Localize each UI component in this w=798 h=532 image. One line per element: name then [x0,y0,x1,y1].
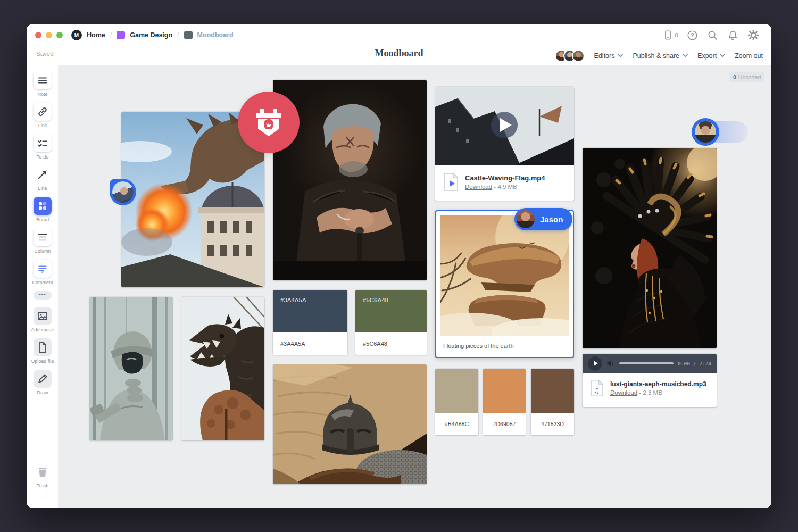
collaborator-avatar [695,121,716,143]
video-file-row: Castle-Waving-Flag.mp4 Download - 4.9 MB [435,165,574,199]
swatch-color-block[interactable]: #3A4A5A [273,290,347,332]
video-card[interactable]: Castle-Waving-Flag.mp4 Download - 4.9 MB [435,87,574,201]
header-actions: Editors Publish & share Export Zoom out [555,46,763,65]
close-button[interactable] [35,32,41,38]
collaborator-cursor-left [110,179,136,205]
tool-board-label: Board [27,217,59,222]
board-icon [36,200,49,212]
floating-rock-photo-frame[interactable] [440,215,569,336]
swatch-color-block[interactable]: #5C6A48 [355,290,427,332]
tool-todo[interactable]: To-do [27,134,59,160]
search-icon [706,29,719,41]
audio-progress-bar[interactable] [619,362,674,364]
swatch-color-block[interactable] [483,369,526,413]
editors-label: Editors [594,52,615,60]
export-menu[interactable]: Export [697,52,725,60]
tool-comment-label: Comment [27,280,59,285]
dragon-prow-photo [181,297,264,440]
image-card-feather-headdress[interactable] [583,148,717,348]
maximize-button[interactable] [56,32,63,38]
board-canvas[interactable]: 0Unsorted [59,65,771,508]
swatch-color-block[interactable] [531,369,574,413]
zoom-out-button[interactable]: Zoom out [735,52,763,60]
column-icon [36,231,49,244]
editors-menu[interactable]: Editors [594,52,624,60]
audio-file-icon: ♫ [590,379,604,397]
audio-player-bar: 0:00 / 2:24 [583,354,717,373]
avatar[interactable] [572,49,585,62]
swatch-hex-overlay: #3A4A5A [280,297,306,303]
tool-line[interactable]: Line [27,165,59,191]
audio-filesize: 2.3 MB [643,389,662,396]
swatch-color-block[interactable] [435,369,478,413]
app-window: M Home / Game Design / Moodboard 0 ? [27,24,771,508]
tool-draw[interactable]: Draw [27,370,59,395]
audio-play-button[interactable] [588,356,602,371]
video-thumbnail[interactable] [435,87,574,165]
milanote-logo[interactable]: M [71,30,82,40]
video-filename: Castle-Waving-Flag.mp4 [465,174,545,182]
export-label: Export [697,52,717,60]
collaborator-pill-jason: Jason [514,208,572,230]
slate-board-icon[interactable] [184,31,193,39]
upload-file-icon [36,341,49,354]
audio-time: 0:00 / 2:24 [678,361,711,367]
tool-column[interactable]: Column [27,228,59,254]
toolbar-sidebar: Note Link To-do Line Board Column [27,65,59,508]
image-card-stone-warrior[interactable] [89,297,173,440]
trash-label: Trash [27,483,59,488]
image-card-dragon-prow[interactable] [181,297,264,440]
unsorted-badge[interactable]: 0Unsorted [729,72,764,82]
size-separator: - [494,184,496,190]
help-button[interactable]: ? [686,29,699,41]
color-swatch-card[interactable]: #5C6A48 #5C6A48 [355,290,427,355]
color-swatch-card[interactable]: #71523D [531,369,574,435]
tool-link[interactable]: Link [27,103,59,128]
trash-tool[interactable]: Trash [27,463,59,488]
volume-button[interactable] [606,360,615,367]
chevron-down-icon [683,54,688,57]
tool-board-selected[interactable]: Board [27,197,59,222]
audio-meta: Download - 2.3 MB [610,389,706,396]
video-meta: Download - 4.9 MB [465,184,545,190]
mobile-device-button[interactable]: 0 [662,29,678,41]
tool-add-image[interactable]: Add image [27,307,59,332]
color-swatch-card[interactable]: #3A4A5A #3A4A5A [273,290,347,355]
video-download-link[interactable]: Download [465,184,492,190]
notifications-button[interactable] [727,29,739,41]
swatch-hex-label: #3A4A5A [273,332,347,355]
selected-image-card[interactable]: Floating pieces of the earth [435,210,574,358]
breadcrumb-moodboard[interactable]: Moodboard [197,31,234,39]
chevron-down-icon [618,54,623,57]
publish-share-label: Publish & share [633,52,679,60]
tool-upload-file[interactable]: Upload file [27,338,59,364]
volume-icon [606,360,615,367]
game-shield-logo[interactable] [238,92,300,153]
publish-share-menu[interactable]: Publish & share [633,52,688,60]
search-button[interactable] [706,29,719,41]
chevron-down-icon [720,54,725,57]
audio-card[interactable]: 0:00 / 2:24 ♫ lust-giants-aeph-musicbed.… [583,354,717,407]
svg-text:♫: ♫ [594,387,600,395]
tool-note[interactable]: Note [27,71,59,97]
audio-download-link[interactable]: Download [610,389,637,396]
image-card-helmet[interactable] [273,364,427,484]
jason-avatar [517,210,535,228]
color-swatch-card[interactable]: #B4A88C [435,369,478,435]
image-caption[interactable]: Floating pieces of the earth [440,336,569,355]
color-swatch-card[interactable]: #D69057 [483,369,526,435]
minimize-button[interactable] [46,32,52,38]
tool-comment[interactable]: Comment [27,260,59,285]
breadcrumb-home[interactable]: Home [87,31,105,39]
editor-avatars[interactable] [555,49,585,62]
zoom-out-label: Zoom out [735,52,763,60]
breadcrumb-game-design[interactable]: Game Design [130,31,172,39]
svg-text:?: ? [691,32,694,38]
size-separator: - [639,389,641,396]
purple-board-icon[interactable] [117,31,125,39]
settings-button[interactable] [747,29,760,41]
more-tools-button[interactable]: ••• [34,291,52,300]
stone-warrior-photo [89,297,173,440]
tool-column-label: Column [27,248,59,254]
swatch-hex-label: #5C6A48 [355,332,427,355]
